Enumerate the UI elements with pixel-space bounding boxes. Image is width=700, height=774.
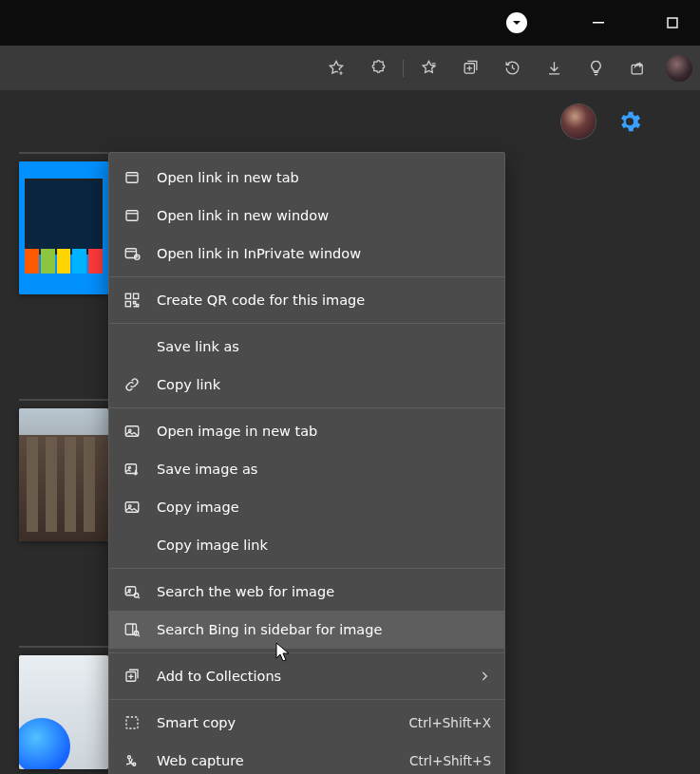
profile-avatar-toolbar[interactable]: [666, 55, 692, 82]
sidebar-search-icon: [123, 620, 142, 639]
chevron-right-icon: [478, 670, 491, 683]
menu-item-search-web-image[interactable]: Search the web for image: [109, 573, 504, 611]
svg-rect-1: [668, 18, 677, 28]
menu-item-label: Web capture: [157, 753, 394, 768]
svg-rect-5: [126, 173, 138, 183]
menu-item-search-bing-sidebar[interactable]: Search Bing in sidebar for image: [109, 611, 504, 649]
collections-button[interactable]: [451, 49, 489, 87]
svg-point-15: [128, 466, 130, 468]
svg-rect-24: [126, 717, 138, 728]
svg-rect-0: [593, 22, 604, 24]
page-header: [0, 91, 700, 152]
menu-item-web-capture[interactable]: Web capture Ctrl+Shift+S: [109, 742, 504, 774]
menu-item-open-image-new-tab[interactable]: Open image in new tab: [109, 412, 504, 450]
link-icon: [123, 375, 142, 394]
thumbnail-graphic: [19, 408, 108, 541]
history-icon: [503, 59, 521, 77]
chevron-down-icon: [511, 17, 522, 28]
context-menu: Open link in new tab Open link in new wi…: [108, 152, 505, 774]
add-favorite-button[interactable]: [317, 49, 355, 87]
section-divider: [19, 152, 108, 154]
svg-rect-14: [125, 464, 136, 474]
menu-item-open-link-inprivate[interactable]: Open link in InPrivate window: [109, 235, 504, 273]
toolbar-separator: [403, 60, 404, 77]
image-thumbnail-2[interactable]: [19, 408, 108, 541]
menu-item-copy-image[interactable]: Copy image: [109, 488, 504, 526]
svg-rect-10: [134, 293, 139, 298]
svg-rect-11: [125, 302, 130, 307]
menu-item-smart-copy[interactable]: Smart copy Ctrl+Shift+X: [109, 704, 504, 742]
menu-item-save-image-as[interactable]: Save image as: [109, 450, 504, 488]
star-list-icon: [420, 59, 438, 77]
search-image-icon: [123, 582, 142, 601]
menu-item-label: Search the web for image: [157, 584, 491, 599]
collections-icon: [462, 59, 480, 77]
menu-item-save-link-as[interactable]: Save link as: [109, 328, 504, 366]
menu-separator: [109, 323, 504, 324]
inprivate-icon: [123, 244, 142, 263]
menu-separator: [109, 699, 504, 700]
collections-add-icon: [123, 667, 142, 686]
section-divider: [19, 399, 108, 401]
menu-item-label: Copy link: [157, 377, 491, 392]
lightbulb-icon: [587, 59, 605, 77]
menu-item-copy-link[interactable]: Copy link: [109, 366, 504, 404]
tips-button[interactable]: [577, 49, 615, 87]
copy-image-icon: [123, 498, 142, 517]
minimize-button[interactable]: [577, 8, 620, 38]
share-button[interactable]: [618, 49, 656, 87]
history-button[interactable]: [493, 49, 531, 87]
menu-item-open-link-new-tab[interactable]: Open link in new tab: [109, 159, 504, 197]
menu-item-copy-image-link[interactable]: Copy image link: [109, 526, 504, 564]
menu-item-label: Copy image link: [157, 538, 491, 553]
browser-toolbar: [0, 46, 700, 91]
window-title-bar: [0, 0, 700, 46]
puzzle-icon: [369, 59, 388, 77]
download-icon: [545, 59, 563, 77]
title-dropdown-button[interactable]: [506, 12, 527, 33]
menu-item-label: Save image as: [157, 462, 491, 477]
menu-item-label: Create QR code for this image: [157, 293, 491, 308]
maximize-icon: [667, 17, 678, 28]
menu-item-label: Open link in new window: [157, 208, 491, 223]
qr-code-icon: [123, 291, 142, 310]
menu-separator: [109, 568, 504, 569]
menu-item-shortcut: Ctrl+Shift+X: [408, 715, 491, 730]
thumbnail-graphic: [19, 655, 108, 769]
image-thumbnail-3[interactable]: [19, 655, 108, 769]
menu-item-label: Copy image: [157, 500, 491, 515]
new-window-icon: [123, 206, 142, 225]
settings-button[interactable]: [616, 108, 643, 135]
gear-icon: [616, 108, 643, 135]
menu-item-label: Save link as: [157, 339, 491, 354]
minimize-icon: [593, 17, 604, 28]
menu-item-create-qr-code[interactable]: Create QR code for this image: [109, 281, 504, 319]
thumbnail-graphic: [19, 161, 108, 294]
smart-copy-icon: [123, 713, 142, 732]
menu-item-label: Open link in new tab: [157, 170, 491, 185]
section-divider: [19, 646, 108, 648]
svg-point-19: [128, 589, 130, 591]
menu-item-label: Add to Collections: [157, 669, 463, 684]
downloads-button[interactable]: [535, 49, 573, 87]
save-image-icon: [123, 460, 142, 479]
menu-separator: [109, 276, 504, 277]
web-capture-icon: [123, 751, 142, 770]
extensions-button[interactable]: [359, 49, 397, 87]
image-tab-icon: [123, 422, 142, 441]
image-thumbnail-1[interactable]: [19, 161, 108, 294]
menu-separator: [109, 407, 504, 408]
new-tab-icon: [123, 168, 142, 187]
svg-rect-9: [125, 293, 130, 298]
menu-item-label: Search Bing in sidebar for image: [157, 622, 491, 637]
maximize-button[interactable]: [651, 8, 694, 38]
menu-item-shortcut: Ctrl+Shift+S: [409, 753, 491, 768]
favorites-button[interactable]: [409, 49, 447, 87]
menu-item-open-link-new-window[interactable]: Open link in new window: [109, 197, 504, 235]
share-icon: [629, 59, 647, 77]
profile-avatar-page[interactable]: [561, 104, 596, 139]
menu-item-label: Open image in new tab: [157, 424, 491, 439]
svg-rect-6: [126, 211, 138, 221]
star-plus-icon: [327, 59, 346, 78]
menu-item-add-to-collections[interactable]: Add to Collections: [109, 657, 504, 695]
